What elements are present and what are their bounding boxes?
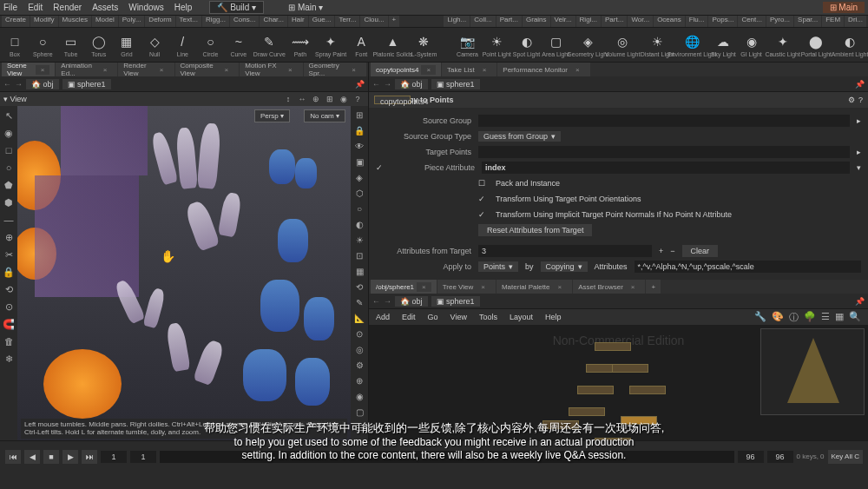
viewport-tool[interactable]: ☰	[351, 420, 368, 434]
param-node-name[interactable]: copytopoints4	[374, 96, 411, 104]
path-obj[interactable]: 🏠 obj	[395, 296, 428, 307]
shelf-item-l-system[interactable]: ❋L-System	[411, 30, 437, 60]
viewport[interactable]: Persp ▾ No cam ▾	[17, 106, 351, 440]
nav-fwd[interactable]: →	[15, 80, 23, 89]
view-tool-6[interactable]: ?	[351, 95, 365, 103]
viewport-tool[interactable]: ◐	[351, 217, 368, 231]
net-menu-help[interactable]: Help	[545, 313, 562, 321]
shelf-item-draw-curve[interactable]: ✎Draw Curve	[253, 30, 286, 60]
menu-assets[interactable]: Assets	[92, 3, 118, 12]
panel-tab[interactable]: Asset Browser ×	[573, 280, 645, 294]
viewport-tool[interactable]: ⟲	[0, 281, 17, 297]
panel-tab[interactable]: Render View ×	[118, 63, 174, 76]
node[interactable]	[621, 416, 657, 425]
viewport-tool[interactable]: ◈	[351, 170, 368, 184]
nav-back[interactable]: ←	[372, 80, 380, 89]
transform-implicit-checkbox[interactable]: ✓	[478, 210, 489, 219]
shelf-item-point-light[interactable]: ☀Point Light	[483, 30, 511, 60]
play-button[interactable]: ▶	[62, 450, 78, 464]
viewport-tool[interactable]: ⊡	[351, 248, 368, 262]
shelf-item-grid[interactable]: ▦Grid	[114, 30, 140, 60]
menu-file[interactable]: File	[3, 3, 17, 12]
viewport-tool[interactable]: ⟲	[351, 280, 368, 294]
viewport-tool[interactable]: ⬡	[351, 186, 368, 200]
build-dropdown[interactable]: 🔨 Build ▾	[209, 1, 264, 14]
view-tool-2[interactable]: ↔	[295, 95, 309, 103]
shelf-item-sky-light[interactable]: ☁Sky Light	[710, 30, 736, 60]
shelf-tab[interactable]: +	[389, 16, 400, 27]
viewport-tool[interactable]: ◉	[351, 389, 368, 403]
viewport-tool[interactable]: ⚙	[351, 358, 368, 372]
shelf-item-line[interactable]: /Line	[169, 30, 195, 60]
panel-tab[interactable]: Composite View ×	[175, 63, 240, 76]
panel-tab[interactable]: Geometry Spr... ×	[304, 63, 366, 76]
nav-back[interactable]: ←	[372, 297, 380, 306]
node[interactable]	[612, 364, 648, 373]
viewport-tool[interactable]: ▢	[351, 405, 368, 419]
viewport-tool[interactable]: 👁	[351, 139, 368, 153]
shelf-tab[interactable]: Gue...	[309, 16, 335, 27]
menu-windows[interactable]: Windows	[128, 3, 164, 12]
desktop-dropdown[interactable]: ⊞ Main ▾	[281, 2, 330, 13]
net-menu-edit[interactable]: Edit	[402, 313, 416, 321]
panel-tab[interactable]: +	[646, 280, 661, 294]
menu-render[interactable]: Render	[53, 3, 82, 12]
shelf-item-null[interactable]: ◇Null	[141, 30, 168, 60]
key-all-button[interactable]: Key All C	[828, 450, 863, 464]
viewport-tool[interactable]: ⊕	[0, 229, 17, 245]
panel-tab[interactable]: copytopoints4 ×	[371, 63, 441, 76]
shelf-tab[interactable]: Part...	[496, 16, 522, 27]
viewport-tool[interactable]: ⬢	[0, 195, 17, 210]
help-icon[interactable]: ?	[858, 96, 863, 104]
shelf-item-circle[interactable]: ○Circle	[197, 30, 223, 60]
menu-help[interactable]: Help	[174, 3, 193, 12]
node[interactable]	[569, 407, 605, 416]
viewport-tool[interactable]: 🔒	[351, 123, 368, 137]
path-node[interactable]: ▣ sphere1	[431, 296, 480, 307]
viewport-tool[interactable]: ⬟	[0, 177, 17, 193]
panel-tab[interactable]: Motion FX View ×	[240, 63, 302, 76]
path-node[interactable]: ▣ sphere1	[62, 79, 111, 89]
panel-tab[interactable]: /obj/sphere1 ×	[371, 280, 437, 294]
shelf-item-ambient-light[interactable]: ◐Ambient Light	[833, 30, 866, 60]
shelf-item-sphere[interactable]: ○Sphere	[30, 30, 56, 60]
persp-dropdown[interactable]: Persp ▾	[254, 109, 290, 122]
path-obj[interactable]: 🏠 obj	[26, 79, 59, 89]
clear-button[interactable]: Clear	[682, 245, 719, 257]
path-obj[interactable]: 🏠 obj	[395, 79, 428, 89]
shelf-tab[interactable]: Clou...	[360, 16, 387, 27]
shelf-item-curve[interactable]: ~Curve	[226, 30, 252, 60]
node[interactable]	[595, 342, 631, 351]
shelf-item-environment-light[interactable]: 🌐Environment Light	[675, 30, 708, 60]
shelf-tab[interactable]: Muscles	[59, 16, 91, 27]
panel-tab[interactable]: Scene View ×	[2, 63, 55, 76]
list-icon[interactable]: ☰	[821, 311, 830, 324]
desktop-tab[interactable]: ⊞ Main	[823, 2, 865, 13]
shelf-item-geometry-light[interactable]: ◈Geometry Light	[571, 30, 604, 60]
view-tool-4[interactable]: ⊞	[323, 95, 337, 103]
first-frame-button[interactable]: ⏮	[5, 450, 21, 464]
node[interactable]	[595, 438, 631, 440]
shelf-item-portal-light[interactable]: ⬤Portal Light	[801, 30, 832, 60]
shelf-tab[interactable]: Oceans	[654, 16, 685, 27]
net-menu-add[interactable]: Add	[376, 313, 390, 321]
end-range-field[interactable]: 96	[767, 451, 793, 463]
viewport-tool[interactable]: ↖	[0, 108, 17, 123]
info-icon[interactable]: ⓘ	[789, 311, 799, 324]
pack-checkbox[interactable]: ☐	[478, 179, 489, 188]
shelf-item-torus[interactable]: ◯Torus	[86, 30, 112, 60]
attributes-field[interactable]: *,^v,^Alpha,^N,^up,^pscale,^scale	[635, 261, 861, 273]
viewport-tool[interactable]: —	[0, 212, 17, 228]
shelf-tab[interactable]: Wor...	[628, 16, 653, 27]
panel-tab[interactable]: Animation Ed... ×	[56, 63, 117, 76]
current-frame-field[interactable]: 1	[101, 451, 127, 463]
viewport-tool[interactable]: ⊙	[351, 327, 368, 340]
source-group-type-dropdown[interactable]: Guess from Group ▾	[478, 131, 561, 142]
shelf-item-platonic-solids[interactable]: ▲Platonic Solids	[376, 30, 409, 60]
tree-icon[interactable]: 🌳	[804, 311, 816, 324]
viewport-tool[interactable]: □	[0, 142, 17, 158]
shelf-item-spot-light[interactable]: ◐Spot Light	[513, 30, 541, 60]
path-node[interactable]: ▣ sphere1	[431, 79, 480, 89]
viewport-tool[interactable]: ⊙	[0, 299, 17, 314]
wrench-icon[interactable]: 🔧	[754, 311, 766, 324]
